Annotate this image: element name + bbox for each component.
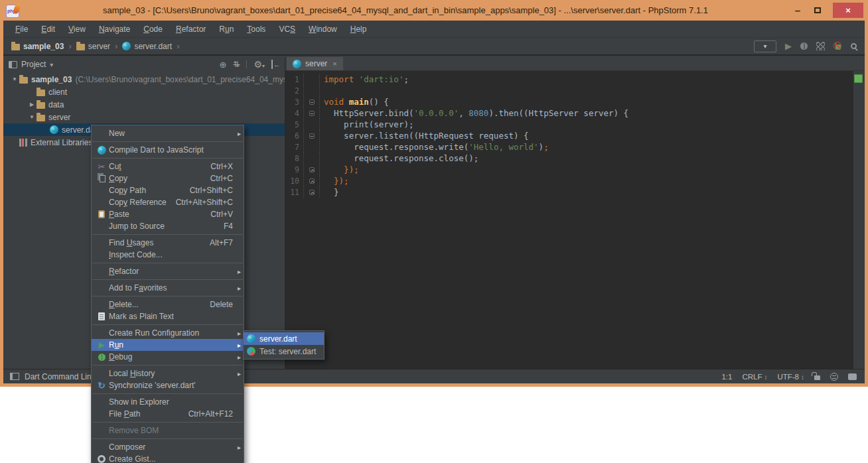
navigation-bar: sample_03›server›server.dart› bbox=[3, 38, 865, 56]
close-tab-icon[interactable]: × bbox=[332, 60, 336, 68]
fold-marker-icon[interactable] bbox=[309, 178, 315, 184]
context-menu-item-new[interactable]: New▸ bbox=[92, 127, 244, 139]
code-line[interactable]: 7 request.response.write('Hello, world')… bbox=[285, 141, 865, 153]
code-line[interactable]: 11 } bbox=[285, 186, 865, 198]
fold-marker-icon[interactable] bbox=[309, 190, 315, 195]
submenu-item-server-dart[interactable]: server.dart bbox=[244, 332, 324, 345]
run-config-dropdown[interactable] bbox=[754, 40, 776, 52]
line-separator-widget[interactable]: CRLF bbox=[742, 373, 767, 381]
tree-item-label: External Libraries bbox=[31, 138, 92, 147]
run-button[interactable] bbox=[785, 41, 792, 51]
collapse-arrow-icon[interactable]: ▼ bbox=[10, 76, 19, 82]
toolwindow-button-dart-command-line[interactable]: Dart Command Line bbox=[10, 372, 96, 381]
tree-item-server[interactable]: ▼server bbox=[3, 111, 285, 123]
minimize-button[interactable]: – bbox=[788, 3, 808, 18]
hide-panel-icon[interactable] bbox=[271, 60, 281, 69]
context-menu-item-compile-dart-to-javascript[interactable]: Compile Dart to JavaScript bbox=[92, 144, 244, 156]
code-line[interactable]: 9 }); bbox=[285, 164, 865, 175]
submenu-item-test-server-dart[interactable]: Test: server.dart bbox=[244, 345, 324, 358]
context-menu-item-paste[interactable]: PasteCtrl+V bbox=[92, 208, 244, 220]
code-line[interactable]: 8 request.response.close(); bbox=[285, 153, 865, 164]
expand-arrow-icon[interactable]: ▶ bbox=[27, 101, 36, 107]
menu-shortcut: Ctrl+Alt+Shift+C bbox=[176, 198, 233, 207]
context-menu-item-add-to-favorites[interactable]: Add to Favorites▸ bbox=[92, 282, 244, 294]
caret-position-widget[interactable]: 1:1 bbox=[721, 373, 732, 381]
fold-marker-icon[interactable] bbox=[309, 99, 315, 105]
menu-refactor[interactable]: Refactor bbox=[169, 25, 212, 34]
code-line[interactable]: 4 HttpServer.bind('0.0.0.0', 8080).then(… bbox=[285, 107, 865, 119]
tree-item-path: (C:\Users\Bruno\vagrant_boxes\dart_01_pr… bbox=[75, 75, 285, 84]
collapse-all-icon[interactable] bbox=[233, 60, 240, 69]
main-toolbar bbox=[754, 38, 857, 54]
breadcrumb-server[interactable]: server bbox=[76, 42, 110, 51]
context-menu-item-create-run-configuration[interactable]: Create Run Configuration▸ bbox=[92, 327, 244, 339]
context-menu-item-composer[interactable]: Composer▸ bbox=[92, 441, 244, 453]
menu-code[interactable]: Code bbox=[137, 25, 169, 34]
debug-button[interactable] bbox=[800, 42, 808, 50]
menu-separator bbox=[92, 296, 243, 297]
code-line[interactable]: 5 print(server); bbox=[285, 119, 865, 130]
menu-vcs[interactable]: VCS bbox=[272, 25, 302, 34]
code-lines: 1import 'dart:io';23void main() {4 HttpS… bbox=[285, 74, 865, 198]
context-menu-item-copy-reference[interactable]: Copy ReferenceCtrl+Alt+Shift+C bbox=[92, 196, 244, 208]
breadcrumb-server-dart[interactable]: server.dart bbox=[122, 42, 172, 51]
breadcrumb-sample-03[interactable]: sample_03 bbox=[11, 42, 64, 51]
event-log-balloon-icon[interactable] bbox=[848, 373, 857, 380]
code-editor[interactable]: 1import 'dart:io';23void main() {4 HttpS… bbox=[285, 71, 865, 369]
project-panel-title[interactable]: Project bbox=[21, 60, 46, 69]
context-menu-item-delete[interactable]: Delete...Delete bbox=[92, 298, 244, 310]
menu-file[interactable]: File bbox=[9, 25, 35, 34]
fold-marker-icon[interactable] bbox=[309, 111, 315, 116]
search-icon[interactable] bbox=[851, 43, 857, 49]
context-menu-item-create-gist[interactable]: Create Gist... bbox=[92, 453, 244, 463]
menu-run[interactable]: Run bbox=[212, 25, 240, 34]
unlock-icon[interactable] bbox=[814, 375, 820, 380]
menu-help[interactable]: Help bbox=[344, 25, 374, 34]
tree-item-data[interactable]: ▶data bbox=[3, 98, 285, 111]
menu-view[interactable]: View bbox=[62, 25, 92, 34]
context-menu-item-find-usages[interactable]: Find UsagesAlt+F7 bbox=[92, 237, 244, 249]
menu-separator bbox=[92, 438, 243, 439]
project-selector-caret-icon[interactable] bbox=[50, 60, 53, 69]
context-menu-item-copy[interactable]: CopyCtrl+C bbox=[92, 172, 244, 184]
fold-marker-icon[interactable] bbox=[309, 167, 315, 172]
context-menu-item-refactor[interactable]: Refactor▸ bbox=[92, 265, 244, 277]
line-number: 5 bbox=[285, 119, 304, 130]
context-menu-item-copy-path[interactable]: Copy PathCtrl+Shift+C bbox=[92, 184, 244, 196]
context-menu-item-show-in-explorer[interactable]: Show in Explorer bbox=[92, 396, 244, 408]
dart-icon bbox=[122, 42, 131, 50]
code-line[interactable]: 3void main() { bbox=[285, 96, 865, 107]
context-menu-item-file-path[interactable]: File PathCtrl+Alt+F12 bbox=[92, 408, 244, 420]
context-menu-item-debug[interactable]: Debug▸ bbox=[92, 351, 244, 363]
collapse-arrow-icon[interactable]: ▼ bbox=[27, 114, 36, 120]
error-stripe[interactable] bbox=[853, 71, 865, 369]
close-button[interactable]: × bbox=[833, 3, 863, 18]
editor-tab-server[interactable]: server × bbox=[287, 57, 343, 70]
context-menu-item-local-history[interactable]: Local History▸ bbox=[92, 367, 244, 379]
context-menu-item-mark-as-plain-text[interactable]: Mark as Plain Text bbox=[92, 310, 244, 322]
menu-navigate[interactable]: Navigate bbox=[92, 25, 137, 34]
settings-gear-icon[interactable] bbox=[253, 59, 265, 70]
locate-icon[interactable] bbox=[219, 60, 226, 70]
menu-window[interactable]: Window bbox=[302, 25, 344, 34]
code-line[interactable]: 10 }); bbox=[285, 175, 865, 186]
menu-tools[interactable]: Tools bbox=[240, 25, 272, 34]
title-bar[interactable]: sample_03 - [C:\Users\Bruno\vagrant_boxe… bbox=[3, 0, 865, 21]
coverage-button[interactable] bbox=[816, 42, 825, 50]
context-menu-item-inspect-code[interactable]: Inspect Code... bbox=[92, 249, 244, 261]
context-menu-item-cut[interactable]: CutCtrl+X bbox=[92, 161, 244, 172]
tree-item-client[interactable]: client bbox=[3, 86, 285, 98]
code-line[interactable]: 6 server.listen((HttpRequest request) { bbox=[285, 130, 865, 141]
menu-edit[interactable]: Edit bbox=[35, 25, 62, 34]
context-menu-item-synchronize-server-dart[interactable]: Synchronize 'server.dart' bbox=[92, 379, 244, 391]
tree-item-sample-03[interactable]: ▼sample_03(C:\Users\Bruno\vagrant_boxes\… bbox=[3, 73, 285, 86]
code-line[interactable]: 1import 'dart:io'; bbox=[285, 74, 865, 85]
context-menu-item-jump-to-source[interactable]: Jump to SourceF4 bbox=[92, 220, 244, 232]
code-line[interactable]: 2 bbox=[285, 85, 865, 96]
maximize-button[interactable] bbox=[808, 3, 828, 18]
context-menu-item-run[interactable]: Run▸ bbox=[92, 339, 244, 351]
phone-disabled-icon[interactable] bbox=[833, 42, 842, 50]
hector-inspector-icon[interactable] bbox=[830, 373, 838, 381]
encoding-widget[interactable]: UTF-8 bbox=[777, 373, 804, 381]
fold-marker-icon[interactable] bbox=[309, 133, 315, 139]
